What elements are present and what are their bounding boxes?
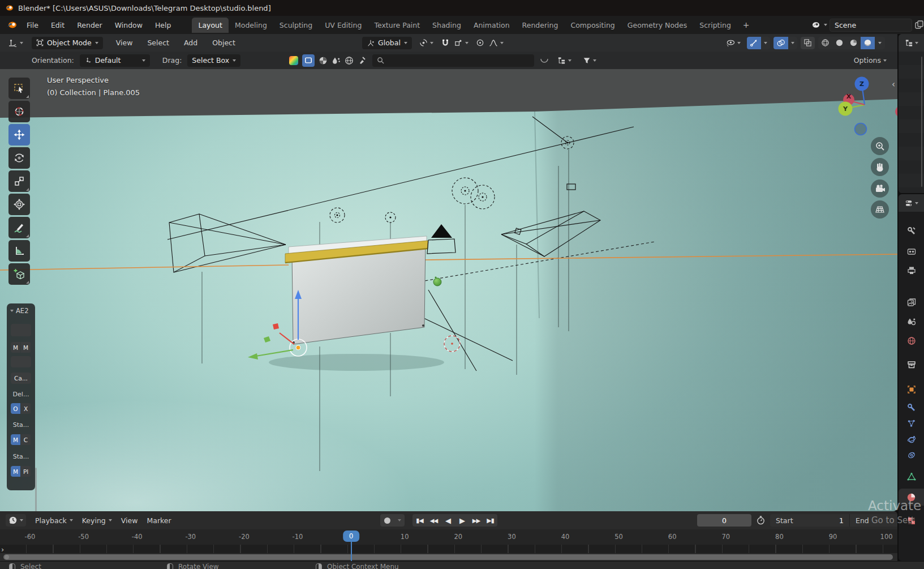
tool-rotate[interactable] <box>8 147 30 169</box>
new-scene-icon[interactable] <box>914 20 923 29</box>
properties-tab-constraints[interactable] <box>899 447 924 464</box>
properties-tab-particles[interactable] <box>899 415 924 432</box>
ortho-toggle-button[interactable] <box>871 200 889 219</box>
scrollbar-end-knob[interactable] <box>5 555 9 559</box>
tab-scripting[interactable]: Scripting <box>693 18 737 33</box>
transform-orientation-dropdown[interactable]: Global <box>362 37 412 49</box>
gizmo-toggle[interactable] <box>747 37 761 49</box>
ae2-sta2-label[interactable]: Sta... <box>7 453 35 460</box>
ruler-tick[interactable]: -50 <box>78 533 89 541</box>
properties-tab-tool[interactable] <box>899 223 924 239</box>
ae2-x[interactable]: X <box>21 403 31 414</box>
stopwatch-icon[interactable] <box>756 515 766 525</box>
mode-dropdown[interactable]: Object Mode <box>32 37 103 49</box>
properties-tab-render[interactable] <box>899 243 924 260</box>
zoom-view-button[interactable] <box>871 137 889 155</box>
blender-menu-icon[interactable] <box>6 20 18 29</box>
menu-marker[interactable]: Marker <box>142 516 175 525</box>
brush-icon[interactable] <box>358 56 367 65</box>
ae2-o[interactable]: O <box>11 403 20 414</box>
tab-shading[interactable]: Shading <box>426 18 467 33</box>
axis-minus-z-ball[interactable] <box>855 123 867 135</box>
timeline-scrollbar-track[interactable] <box>0 553 897 561</box>
ruler-tick[interactable]: 90 <box>829 533 837 541</box>
menu-render[interactable]: Render <box>71 19 109 32</box>
ae2-m1[interactable]: M <box>11 342 20 353</box>
world-icon[interactable] <box>345 56 354 65</box>
add-workspace-button[interactable]: + <box>737 19 755 31</box>
search-input[interactable] <box>372 54 534 67</box>
outliner-scrollbar[interactable] <box>921 57 922 187</box>
shading-chevron-button[interactable] <box>875 37 885 49</box>
proportional-falloff-button[interactable] <box>486 37 506 49</box>
proportional-editing-icon[interactable] <box>476 38 484 47</box>
menu-window[interactable]: Window <box>109 19 149 32</box>
tool-add-cube[interactable] <box>8 263 30 285</box>
axis-minus-x-ball[interactable] <box>895 106 897 117</box>
timeline-expand-arrow[interactable]: › <box>1 545 4 554</box>
ae2-ca-button[interactable]: Ca... <box>11 373 31 384</box>
playhead-line[interactable] <box>351 542 352 561</box>
tool-orientation-dropdown[interactable]: Default <box>80 54 150 67</box>
tab-modeling[interactable]: Modeling <box>229 18 273 33</box>
timeline-scrollbar[interactable] <box>3 554 893 560</box>
menu-help[interactable]: Help <box>149 19 178 32</box>
ruler-tick[interactable]: 70 <box>721 533 730 541</box>
snap-target-button[interactable] <box>452 37 471 49</box>
visibility-button[interactable] <box>723 37 744 49</box>
camera-view-button[interactable] <box>871 179 889 198</box>
ae2-sta1-label[interactable]: Sta... <box>7 421 35 429</box>
ae2-mpl-pl[interactable]: Pl <box>21 466 31 477</box>
tool-measure[interactable] <box>8 240 30 262</box>
gizmo-chevron-button[interactable] <box>761 37 770 49</box>
scene-browse-chevron[interactable] <box>824 24 827 26</box>
ae2-mm-button[interactable]: M M <box>11 342 31 353</box>
timeline-track-strip[interactable] <box>0 545 897 553</box>
properties-tab-scene[interactable] <box>899 313 924 330</box>
ruler-tick[interactable]: -60 <box>25 533 36 541</box>
menu-file[interactable]: File <box>20 19 45 32</box>
xray-toggle[interactable] <box>801 37 815 49</box>
ae2-mpl-m[interactable]: M <box>11 466 20 477</box>
properties-tab-world[interactable] <box>899 332 924 349</box>
properties-header[interactable] <box>899 194 924 212</box>
ruler-current-frame-badge[interactable]: 0 <box>343 531 360 542</box>
ruler-tick[interactable]: 100 <box>880 533 893 541</box>
tool-select-box[interactable] <box>8 78 30 99</box>
viewport-canvas[interactable]: X Y Z User Perspective (0) Collection | … <box>0 69 897 511</box>
editor-type-button[interactable] <box>6 37 26 49</box>
ae2-mc-button[interactable]: M C <box>11 434 31 445</box>
ae2-ox-button[interactable]: O X <box>11 403 31 414</box>
ae2-mc-m[interactable]: M <box>11 434 20 445</box>
magnet-icon[interactable] <box>441 38 450 48</box>
ruler-tick[interactable]: -30 <box>185 533 196 541</box>
properties-tab-object[interactable] <box>899 381 924 398</box>
texture-sphere-icon[interactable] <box>319 56 328 65</box>
ruler-tick[interactable]: 40 <box>561 533 570 541</box>
move-gizmo[interactable] <box>248 290 307 360</box>
particles-icon[interactable] <box>332 56 341 65</box>
tab-layout[interactable]: Layout <box>192 18 229 33</box>
timeline-ruler[interactable]: -60-50-40-30-20-100102030405060708090100 <box>0 529 897 545</box>
outliner-body[interactable] <box>899 52 924 193</box>
pan-view-button[interactable] <box>871 158 889 176</box>
ruler-tick[interactable]: 10 <box>401 533 409 541</box>
play-reverse-button[interactable]: ◀ <box>441 514 455 527</box>
properties-tab-collection[interactable] <box>899 356 924 373</box>
ruler-tick[interactable]: 30 <box>508 533 516 541</box>
ruler-tick[interactable]: 80 <box>775 533 784 541</box>
menu-object[interactable]: Object <box>206 36 242 49</box>
scene-datablock-icon[interactable] <box>811 20 822 29</box>
display-mode-button[interactable] <box>555 54 574 67</box>
tab-sculpting[interactable]: Sculpting <box>273 18 319 33</box>
ae2-blank-button-1[interactable] <box>11 324 31 336</box>
menu-add[interactable]: Add <box>178 36 204 49</box>
start-frame-field[interactable]: Start 1 <box>770 516 849 525</box>
shading-rendered-button[interactable] <box>861 37 875 49</box>
prev-keyframe-button[interactable]: ◀◀ <box>427 514 441 527</box>
properties-tab-physics[interactable] <box>899 431 924 448</box>
overlays-chevron-button[interactable] <box>788 37 797 49</box>
filter-button[interactable] <box>580 54 599 67</box>
ruler-tick[interactable]: 60 <box>668 533 677 541</box>
tab-animation[interactable]: Animation <box>467 18 516 33</box>
